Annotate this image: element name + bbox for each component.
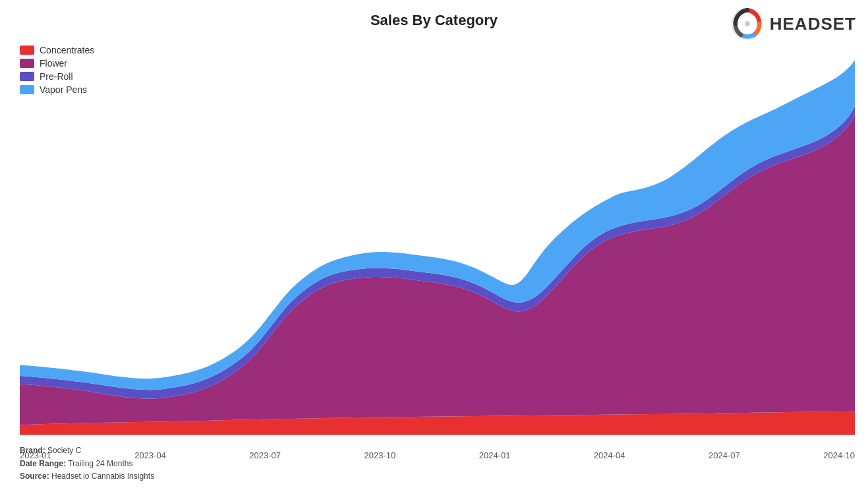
- footer-info: Brand: Society C Date Range: Trailing 24…: [20, 444, 154, 483]
- x-label-5: 2024-04: [594, 450, 625, 460]
- x-label-3: 2023-10: [364, 450, 396, 460]
- x-label-4: 2024-01: [479, 450, 511, 460]
- chart-container: Sales By Category HEADSET Concentrates: [0, 0, 868, 488]
- x-label-2: 2023-07: [249, 450, 281, 460]
- footer-brand-label: Brand:: [20, 446, 45, 455]
- footer-brand-value: Society C: [47, 446, 81, 455]
- footer-brand: Brand: Society C: [20, 444, 154, 457]
- x-label-6: 2024-07: [709, 450, 740, 460]
- footer-daterange-label: Date Range:: [20, 459, 66, 468]
- footer-source-value: Headset.io Cannabis Insights: [51, 472, 154, 481]
- footer-daterange: Date Range: Trailing 24 Months: [20, 458, 154, 470]
- headset-logo-text: HEADSET: [770, 14, 856, 34]
- x-label-7: 2024-10: [823, 450, 855, 460]
- svg-point-2: [745, 21, 750, 26]
- footer-daterange-value: Trailing 24 Months: [68, 459, 132, 468]
- area-chart: [20, 36, 855, 435]
- footer-source-label: Source:: [20, 472, 49, 481]
- footer-source: Source: Headset.io Cannabis Insights: [20, 470, 154, 483]
